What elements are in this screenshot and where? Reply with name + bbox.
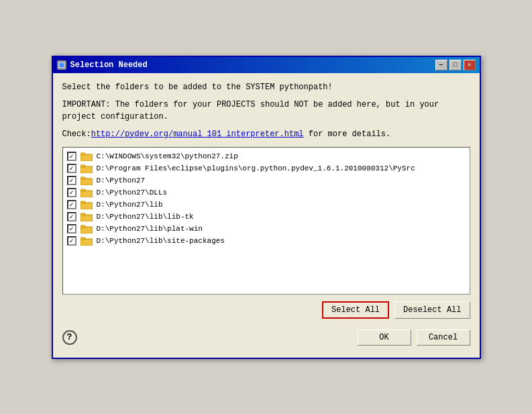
svg-rect-2 <box>81 153 85 155</box>
folder-icon <box>81 200 93 209</box>
selection-needed-dialog: Selection Needed — □ ✕ Select the folder… <box>52 56 481 359</box>
titlebar-controls: — □ ✕ <box>435 60 476 70</box>
list-item[interactable]: D:\Python27\lib <box>63 199 470 211</box>
checkbox[interactable] <box>67 224 76 234</box>
dialog-content: Select the folders to be added to the SY… <box>53 73 480 358</box>
maximize-button[interactable]: □ <box>449 60 462 70</box>
info-line3: Check:http://pydev.org/manual_101_interp… <box>62 128 470 140</box>
minimize-button[interactable]: — <box>435 60 447 70</box>
ok-button[interactable]: OK <box>358 329 411 346</box>
help-link[interactable]: http://pydev.org/manual_101_interpreter.… <box>91 130 304 139</box>
item-path: D:\Python27\lib\plat-win <box>97 225 203 233</box>
select-buttons-row: Select All Deselect All <box>62 301 470 319</box>
checkbox[interactable] <box>67 200 76 209</box>
list-item[interactable]: D:\Python27\lib\plat-win <box>63 223 470 235</box>
info-line1: Select the folders to be added to the SY… <box>62 81 470 93</box>
svg-rect-4 <box>81 165 85 167</box>
item-path: C:\WINDOWS\system32\python27.zip <box>97 152 238 160</box>
titlebar-title: Selection Needed <box>70 60 148 70</box>
svg-rect-14 <box>81 225 85 227</box>
checkbox[interactable] <box>67 176 76 185</box>
list-item[interactable]: D:\Python27\lib\lib-tk <box>63 211 470 223</box>
folder-icon <box>81 224 93 234</box>
checkbox[interactable] <box>67 152 76 161</box>
close-button[interactable]: ✕ <box>464 60 476 70</box>
item-path: D:\Python27\lib\lib-tk <box>97 213 194 221</box>
folder-icon <box>81 176 93 185</box>
list-item[interactable]: D:\Python27\DLLs <box>63 187 470 199</box>
help-icon[interactable]: ? <box>62 330 77 345</box>
item-path: D:\Python27\lib\site-packages <box>97 237 225 245</box>
folder-icon <box>81 152 93 161</box>
item-path: D:\Program Files\eclipse\plugins\org.pyt… <box>97 164 415 172</box>
titlebar: Selection Needed — □ ✕ <box>53 57 480 73</box>
cancel-button[interactable]: Cancel <box>417 329 470 346</box>
titlebar-left: Selection Needed <box>57 60 148 70</box>
item-path: D:\Python27\lib <box>97 201 163 209</box>
checkbox[interactable] <box>67 188 76 197</box>
svg-rect-6 <box>81 177 85 179</box>
folder-list[interactable]: C:\WINDOWS\system32\python27.zip D:\Prog… <box>62 147 470 295</box>
select-all-button[interactable]: Select All <box>322 301 389 319</box>
folder-icon <box>81 164 93 173</box>
folder-icon <box>81 236 93 246</box>
list-item[interactable]: C:\WINDOWS\system32\python27.zip <box>63 150 470 162</box>
svg-rect-12 <box>81 213 85 215</box>
checkbox[interactable] <box>67 164 76 173</box>
list-item[interactable]: D:\Program Files\eclipse\plugins\org.pyt… <box>63 162 470 174</box>
ok-cancel-row: OK Cancel <box>358 329 470 346</box>
item-path: D:\Python27\DLLs <box>97 189 168 197</box>
folder-icon <box>81 212 93 221</box>
svg-rect-10 <box>81 201 85 203</box>
list-item[interactable]: D:\Python27 <box>63 174 470 187</box>
deselect-all-button[interactable]: Deselect All <box>394 301 470 319</box>
info-line2: IMPORTANT: The folders for your PROJECTS… <box>62 99 470 123</box>
checkbox[interactable] <box>67 236 76 246</box>
list-item[interactable]: D:\Python27\lib\site-packages <box>63 235 470 247</box>
svg-rect-0 <box>59 62 64 68</box>
svg-rect-8 <box>81 189 85 191</box>
bottom-row: ? OK Cancel <box>62 325 470 348</box>
item-path: D:\Python27 <box>97 176 146 185</box>
checkbox[interactable] <box>67 212 76 221</box>
svg-rect-16 <box>81 238 85 240</box>
window-icon <box>57 60 66 70</box>
folder-icon <box>81 188 93 197</box>
